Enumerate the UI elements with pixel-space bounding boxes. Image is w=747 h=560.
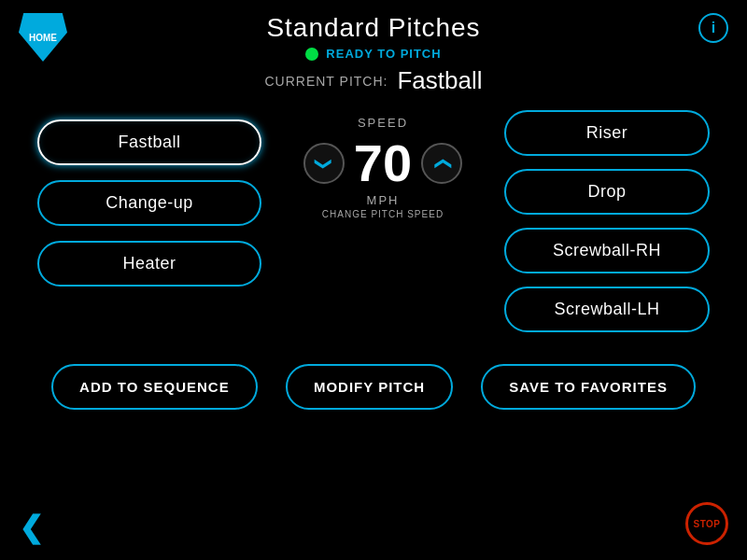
speed-control: SPEED ❯ 70 ❯ MPH CHANGE PITCH SPEED [303,110,462,219]
save-to-favorites-button[interactable]: SAVE TO FAVORITES [481,364,696,410]
speed-row: ❯ 70 ❯ [303,137,462,189]
pitch-button-fastball[interactable]: Fastball [37,119,261,165]
stop-button[interactable]: STOP [685,502,728,545]
ready-indicator [305,48,318,61]
pitch-button-screwball-rh[interactable]: Screwball-RH [504,228,710,273]
status-text: READY TO PITCH [326,47,441,61]
speed-up-button[interactable]: ❯ [421,143,462,184]
current-pitch-value: Fastball [397,66,482,95]
current-pitch-label: CURRENT PITCH: [264,74,388,89]
speed-down-button[interactable]: ❯ [303,143,345,184]
speed-label: SPEED [358,116,408,130]
pitch-button-heater[interactable]: Heater [37,241,261,287]
pitch-list: Fastball Change-up Heater [37,110,261,287]
back-button[interactable]: ❮ [19,510,44,545]
pitch-button-riser[interactable]: Riser [504,110,710,156]
pitch-button-changeup[interactable]: Change-up [37,180,261,226]
header: HOME Standard Pitches i [0,0,747,47]
modify-pitch-button[interactable]: MODIFY PITCH [286,364,453,410]
status-row: READY TO PITCH [0,47,747,61]
current-pitch-row: CURRENT PITCH: Fastball [0,66,747,95]
main-content: Fastball Change-up Heater SPEED ❯ 70 ❯ M… [0,110,747,332]
speed-change-label: CHANGE PITCH SPEED [322,209,444,219]
add-to-sequence-button[interactable]: ADD TO SEQUENCE [51,364,258,410]
speed-value: 70 [354,137,412,189]
speed-unit: MPH [367,193,400,207]
pitch-button-drop[interactable]: Drop [504,169,710,215]
right-pitch-list: Riser Drop Screwball-RH Screwball-LH [504,110,710,332]
footer-nav: ❮ [19,510,44,545]
page-title: Standard Pitches [266,13,480,43]
bottom-bar: ADD TO SEQUENCE MODIFY PITCH SAVE TO FAV… [0,345,747,428]
info-button[interactable]: i [698,13,728,43]
pitch-button-screwball-lh[interactable]: Screwball-LH [504,287,710,332]
